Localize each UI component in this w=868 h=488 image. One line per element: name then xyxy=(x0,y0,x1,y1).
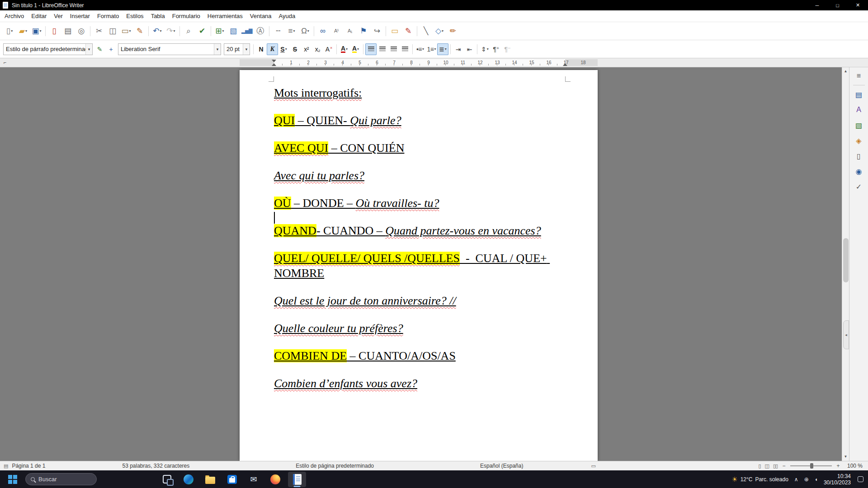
show-draw-functions-button[interactable]: ✏ xyxy=(446,25,460,38)
copy-button[interactable]: ◫ xyxy=(106,25,119,38)
chevron-up-icon[interactable]: ∧ xyxy=(794,476,798,483)
multi-page-view-icon[interactable]: ◫ xyxy=(764,463,769,469)
decrease-paragraph-spacing-button[interactable]: ¶⁻ xyxy=(502,43,513,55)
menu-ver[interactable]: Ver xyxy=(50,11,66,21)
spelling-button[interactable]: ✔ xyxy=(195,25,209,38)
taskbar-app-mail[interactable]: ✉ xyxy=(245,472,263,487)
paragraph[interactable]: OÙ – DONDE – Où travailles- tu? xyxy=(274,196,565,211)
align-center-button[interactable] xyxy=(377,43,388,55)
ordered-list-button[interactable]: 1≡▾ xyxy=(426,43,437,55)
paste-button[interactable]: ▭▾ xyxy=(119,25,133,38)
insert-line-button[interactable]: ╲ xyxy=(419,25,433,38)
menu-estilos[interactable]: Estilos xyxy=(123,11,147,21)
underline-button[interactable]: S▾ xyxy=(278,43,289,55)
clear-formatting-button[interactable]: A xyxy=(323,43,335,55)
track-changes-button[interactable]: ✎ xyxy=(401,25,415,38)
paragraph[interactable]: QUI – QUIEN- Qui parle? xyxy=(274,113,565,128)
scroll-down-icon[interactable]: ▼ xyxy=(842,454,849,460)
strikethrough-button[interactable]: S xyxy=(289,43,301,55)
sidebar-collapse-button[interactable]: ◂ xyxy=(843,320,849,349)
vertical-scrollbar[interactable]: ▲ ▼ xyxy=(842,67,849,461)
sidebar-settings-button[interactable]: ≡ xyxy=(852,70,866,82)
paragraph[interactable]: Quel est le jour de ton anniversaire? // xyxy=(274,293,565,308)
insert-hyperlink-button[interactable]: ∞ xyxy=(316,25,330,38)
taskbar-app-task-view[interactable] xyxy=(158,472,176,487)
superscript-button[interactable]: x² xyxy=(301,43,312,55)
find-and-replace-button[interactable]: ⌕ xyxy=(182,25,195,38)
properties-button[interactable]: ▤ xyxy=(852,88,866,101)
navigator-button[interactable]: ◈ xyxy=(852,134,866,147)
menu-tabla[interactable]: Tabla xyxy=(147,11,169,21)
menu-archivo[interactable]: Archivo xyxy=(1,11,28,21)
network-icon[interactable]: ⊕ xyxy=(804,476,809,483)
right-indent-marker[interactable] xyxy=(563,63,567,66)
selection-mode-icon[interactable]: ▭ xyxy=(591,463,595,469)
update-style-button[interactable]: ✎ xyxy=(94,43,105,55)
increase-paragraph-spacing-button[interactable]: ¶⁺ xyxy=(491,43,502,55)
undo-button[interactable]: ↶▾ xyxy=(151,25,164,38)
line-spacing-button[interactable]: ⇕▾ xyxy=(479,43,491,55)
clone-formatting-button[interactable]: ✎ xyxy=(133,25,146,38)
chevron-down-icon[interactable]: ▾ xyxy=(85,44,92,55)
subscript-button[interactable]: x₂ xyxy=(312,43,323,55)
taskbar-app-store[interactable] xyxy=(223,472,241,487)
paragraph[interactable]: AVEC QUI – CON QUIÉN xyxy=(274,141,565,155)
gallery-button[interactable]: ▧ xyxy=(852,119,866,131)
export-pdf-button[interactable]: ▯ xyxy=(47,25,61,38)
horizontal-ruler[interactable]: ⌐ 123456789101112131415161718 xyxy=(0,58,868,67)
zoom-slider[interactable] xyxy=(790,465,832,466)
tab-stop-selector-icon[interactable]: ⌐ xyxy=(4,60,6,65)
scroll-up-icon[interactable]: ▲ xyxy=(842,68,849,75)
book-view-icon[interactable]: ▯▯ xyxy=(773,463,778,469)
new-style-button[interactable]: + xyxy=(105,43,117,55)
insert-field-button[interactable]: ≡▾ xyxy=(285,25,298,38)
weather-widget[interactable]: ☀ 12°C Parc. soleado xyxy=(731,475,788,483)
chevron-down-icon[interactable]: ▾ xyxy=(214,44,221,55)
font-color-button[interactable]: A▾ xyxy=(339,43,350,55)
open-file-button[interactable]: ▰▾ xyxy=(16,25,30,38)
paragraph[interactable]: QUEL/ QUELLE/ QUELS /QUELLES - CUAL / QU… xyxy=(274,251,565,281)
insert-page-break-button[interactable]: ╌ xyxy=(271,25,285,38)
insert-text-box-button[interactable]: Ⓐ xyxy=(254,25,267,38)
insert-special-character-button[interactable]: Ω▾ xyxy=(298,25,312,38)
page-count[interactable]: Página 1 de 1 xyxy=(12,463,45,469)
font-name-combo[interactable]: Liberation Serif▾ xyxy=(118,43,221,55)
save-button[interactable]: ▣▾ xyxy=(30,25,43,38)
paragraph-style-combo[interactable]: Estilo de párrafo predeterminado▾ xyxy=(3,43,93,55)
insert-endnote-button[interactable]: A₁ xyxy=(343,25,357,38)
zoom-slider-thumb[interactable] xyxy=(810,463,813,469)
first-line-indent-marker[interactable] xyxy=(272,60,276,62)
outline-format-button[interactable]: ≣▾ xyxy=(437,43,448,55)
zoom-in-button[interactable]: + xyxy=(836,463,840,469)
single-page-view-icon[interactable]: ▯ xyxy=(758,463,760,469)
increase-indent-button[interactable]: ⇥ xyxy=(453,43,464,55)
paragraph[interactable]: Combien d’enfants vous avez? xyxy=(274,376,565,391)
insert-footnote-button[interactable]: A¹ xyxy=(330,25,343,38)
scrollbar-thumb[interactable] xyxy=(843,238,849,282)
redo-button[interactable]: ↷▾ xyxy=(164,25,178,38)
insert-comment-button[interactable]: ▭ xyxy=(388,25,401,38)
minimize-button[interactable]: ─ xyxy=(807,0,827,10)
chevron-down-icon[interactable]: ▾ xyxy=(243,44,250,55)
close-button[interactable]: ✕ xyxy=(848,0,868,10)
taskbar-app-writer[interactable] xyxy=(288,472,306,487)
align-justify-button[interactable] xyxy=(399,43,410,55)
accessibility-check-button[interactable]: ✓ xyxy=(852,180,866,193)
page-button[interactable]: ▯ xyxy=(852,150,866,162)
font-size-combo[interactable]: 20 pt▾ xyxy=(224,43,250,55)
italic-button[interactable]: K xyxy=(267,43,278,55)
paragraph[interactable]: Mots interrogatifs: xyxy=(274,85,565,100)
menu-ayuda[interactable]: Ayuda xyxy=(275,11,299,21)
bold-button[interactable]: N xyxy=(255,43,267,55)
taskbar-app-file-explorer[interactable] xyxy=(201,472,219,487)
maximize-button[interactable]: □ xyxy=(827,0,848,10)
insert-chart-button[interactable]: ▂▅▇ xyxy=(240,25,254,38)
insert-bookmark-button[interactable]: ⚑ xyxy=(357,25,370,38)
menu-formato[interactable]: Formato xyxy=(94,11,123,21)
unordered-list-button[interactable]: •≡▾ xyxy=(415,43,426,55)
text-language[interactable]: Español (España) xyxy=(480,463,523,469)
basic-shapes-button[interactable]: ◇▾ xyxy=(433,25,446,38)
highlight-color-button[interactable]: A▾ xyxy=(350,43,361,55)
paragraph[interactable]: COMBIEN DE – CUANTO/A/OS/AS xyxy=(274,348,565,363)
menu-insertar[interactable]: Insertar xyxy=(66,11,94,21)
